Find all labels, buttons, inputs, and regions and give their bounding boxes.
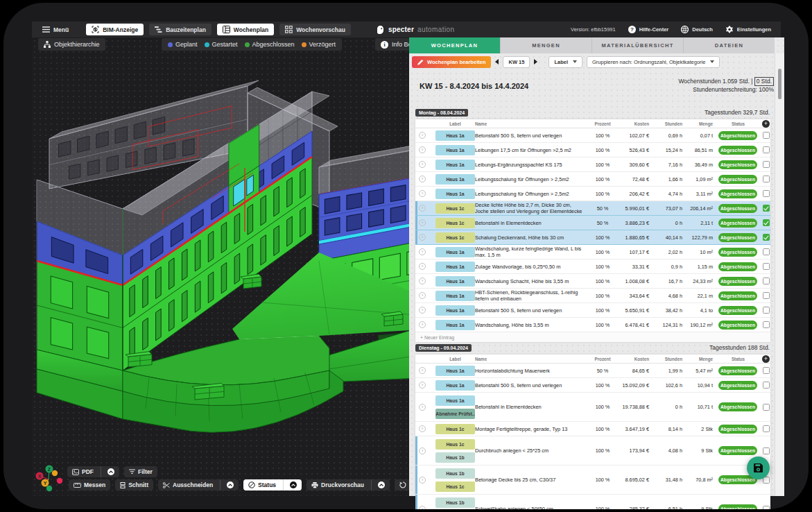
- axes-gizmo[interactable]: ZXY: [31, 461, 69, 495]
- expand-button[interactable]: [107, 468, 114, 475]
- expand-row-icon[interactable]: ›: [419, 234, 426, 241]
- expand-row-icon[interactable]: ›: [419, 205, 426, 212]
- row-checkbox[interactable]: [763, 367, 770, 374]
- add-row-button[interactable]: +: [762, 355, 770, 363]
- expand-row-icon[interactable]: ›: [419, 219, 426, 226]
- task-row[interactable]: › Haus 1bHaus 1c Betonage Decke bis 25 c…: [415, 466, 770, 495]
- expand-row-icon[interactable]: ›: [419, 190, 426, 197]
- next-week-button[interactable]: [534, 59, 537, 65]
- language-button[interactable]: Deutsch: [681, 26, 713, 33]
- tool-pdf-button[interactable]: PDF: [67, 466, 119, 477]
- row-checkbox[interactable]: [763, 425, 770, 432]
- expand-row-icon[interactable]: ›: [419, 248, 426, 255]
- expand-row-icon[interactable]: ›: [419, 161, 426, 168]
- tool-scissors-button[interactable]: Ausschneiden: [158, 479, 239, 490]
- bim-view-button[interactable]: BIM-Anzeige: [86, 24, 144, 35]
- row-checkbox[interactable]: [763, 307, 770, 314]
- tab-dateien[interactable]: DATEIEN: [684, 37, 775, 53]
- tool-ruler-button[interactable]: Messen: [69, 479, 110, 490]
- wochenplan-button[interactable]: Wochenplan: [217, 24, 274, 35]
- row-checkbox[interactable]: [763, 248, 770, 255]
- task-row[interactable]: › Haus 1a Leibungs-Ergänzungsspachtel KS…: [415, 157, 770, 172]
- task-kosten: 102,07 €: [617, 133, 649, 139]
- row-checkbox[interactable]: [763, 321, 770, 328]
- row-checkbox[interactable]: [763, 506, 770, 510]
- tool-section-button[interactable]: Schnitt: [115, 479, 153, 490]
- row-checkbox[interactable]: [763, 404, 770, 411]
- save-button[interactable]: [747, 456, 770, 479]
- expand-row-icon[interactable]: ›: [419, 176, 426, 182]
- task-row[interactable]: › Haus 1a Horizontalabdichtung Mauerwerk…: [415, 364, 770, 378]
- object-hierarchy-button[interactable]: Objekthierarchie: [38, 38, 105, 51]
- row-checkbox[interactable]: [763, 176, 770, 182]
- task-row[interactable]: › Haus 1a Leibungsschalung für Öffnungen…: [415, 172, 770, 187]
- row-checkbox[interactable]: [763, 278, 770, 284]
- task-row[interactable]: › Haus 1c Decke lichte Höhe bis 2,7 m, D…: [415, 201, 770, 216]
- expand-row-icon[interactable]: ›: [419, 278, 426, 284]
- tool-filter-button[interactable]: Filter: [124, 466, 157, 477]
- expand-row-icon[interactable]: ›: [419, 506, 426, 510]
- task-row[interactable]: › Haus 1a Betonstahl 500 S, liefern und …: [415, 303, 770, 318]
- week-selector[interactable]: KW 15: [503, 56, 530, 68]
- panel-scrollbar[interactable]: [775, 53, 784, 496]
- help-center-button[interactable]: ? Hilfe-Center: [628, 26, 669, 33]
- task-row[interactable]: › Haus 1a Betonstahl 500 S, liefern und …: [415, 128, 770, 143]
- tab-materialübersicht[interactable]: MATERIALÜBERSICHT: [592, 37, 684, 53]
- row-checkbox[interactable]: [763, 219, 770, 226]
- add-row-button[interactable]: +: [762, 120, 770, 128]
- task-row[interactable]: › Haus 1bHaus 1c Schweißbahn anlegen < 5…: [415, 495, 770, 509]
- task-row[interactable]: › Haus 1a Zulage Wandvorlage, bis 0,25*0…: [415, 259, 770, 274]
- edit-weekplan-button[interactable]: Wochenplan bearbeiten: [412, 56, 491, 68]
- task-row[interactable]: › Haus 1a Leibungsschalung für Öffnungen…: [415, 187, 770, 201]
- task-row[interactable]: › Haus 1a Wandschalung, Höhe bis 3,55 m …: [415, 318, 770, 332]
- tab-mengen[interactable]: MENGEN: [501, 37, 592, 53]
- expand-row-icon[interactable]: ›: [419, 321, 426, 328]
- task-row[interactable]: › Haus 1a Leibungen 17,5 cm für Öffnunge…: [415, 143, 770, 157]
- row-checkbox[interactable]: [763, 292, 770, 299]
- expand-row-icon[interactable]: ›: [419, 263, 426, 270]
- task-row[interactable]: › Haus 1a Wandschalung, kurze feingliedr…: [415, 245, 770, 259]
- row-checkbox[interactable]: [763, 132, 770, 139]
- task-row[interactable]: › Haus 1c Montage Fertigteiltreppe, gera…: [415, 422, 770, 436]
- row-checkbox[interactable]: [763, 234, 770, 241]
- prev-week-button[interactable]: [495, 59, 499, 65]
- expand-row-icon[interactable]: ›: [419, 292, 426, 299]
- expand-row-icon[interactable]: ›: [419, 367, 426, 374]
- row-checkbox[interactable]: [763, 205, 770, 212]
- row-checkbox[interactable]: [763, 263, 770, 270]
- row-checkbox[interactable]: [763, 382, 770, 389]
- tab-wochenplan[interactable]: WOCHENPLAN: [409, 37, 501, 53]
- task-row[interactable]: › Haus 1a HBT-Schienen, Rückbiegeanschlu…: [415, 289, 770, 303]
- bauzeitenplan-button[interactable]: Bauzeitenplan: [149, 24, 211, 35]
- wochenvorschau-button[interactable]: Wochenvorschau: [279, 24, 351, 35]
- expand-button[interactable]: [290, 481, 297, 488]
- expand-row-icon[interactable]: ›: [419, 447, 426, 454]
- label-filter-dropdown[interactable]: Label: [548, 56, 582, 68]
- task-row[interactable]: › Haus 1cHaus 1b Durchbruch anlegen < 25…: [415, 436, 770, 466]
- expand-button[interactable]: [227, 481, 234, 488]
- task-row[interactable]: › Haus 1aAbnahme Prüfst.. Betonstahl in …: [415, 393, 770, 422]
- menu-button[interactable]: Menü: [37, 24, 74, 35]
- expand-row-icon[interactable]: ›: [419, 132, 426, 139]
- group-by-dropdown[interactable]: Gruppieren nach: Ordnungszahl, Objektkat…: [587, 56, 720, 68]
- expand-button[interactable]: [378, 481, 385, 488]
- expand-row-icon[interactable]: ›: [419, 307, 426, 314]
- row-checkbox[interactable]: [763, 190, 770, 197]
- settings-button[interactable]: Einstellungen: [725, 26, 771, 34]
- row-checkbox[interactable]: [763, 447, 770, 454]
- expand-row-icon[interactable]: ›: [419, 146, 426, 153]
- expand-row-icon[interactable]: ›: [419, 382, 426, 389]
- row-checkbox[interactable]: [763, 146, 770, 153]
- expand-row-icon[interactable]: ›: [419, 425, 426, 432]
- scrollbar-thumb[interactable]: [778, 69, 781, 99]
- row-checkbox[interactable]: [763, 161, 770, 168]
- task-row[interactable]: › Haus 1c Betonstahl in Elementdecken 50…: [415, 216, 770, 230]
- task-row[interactable]: › Haus 1a Betonstahl 500 S, liefern und …: [415, 378, 770, 393]
- tool-status-button[interactable]: Status: [243, 479, 302, 490]
- new-entry-button[interactable]: + Neuer Eintrag: [415, 332, 770, 342]
- task-row[interactable]: › Haus 1a Wandschalung Schacht, Höhe bis…: [415, 274, 770, 289]
- expand-row-icon[interactable]: ›: [419, 404, 426, 411]
- expand-row-icon[interactable]: ›: [419, 477, 426, 484]
- tool-printer-button[interactable]: Druckvorschau: [306, 479, 390, 490]
- task-row[interactable]: › Haus 1c Schalung Deckenrand, Höhe bis …: [415, 230, 770, 245]
